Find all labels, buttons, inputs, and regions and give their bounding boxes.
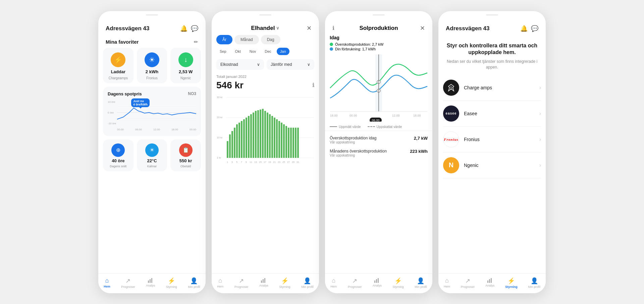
- stat-value-0: 2,7 kW: [414, 136, 428, 141]
- idag-section: Idag Överskottsproduktion: 2,7 kW Din fö…: [325, 35, 432, 54]
- svg-rect-62: [263, 279, 264, 283]
- p4-nav-hem[interactable]: ⌂ Hem: [444, 277, 450, 289]
- tab-year[interactable]: År: [216, 35, 232, 44]
- p4-nav-profil[interactable]: 👤 Min profil: [528, 277, 541, 289]
- mail-icon[interactable]: 🔔: [180, 25, 187, 32]
- spot-title: Dagens spotpris: [108, 91, 142, 96]
- svg-text:7: 7: [241, 161, 242, 163]
- p4-analys-label: Analys: [485, 284, 494, 287]
- styrning-intro-title: Styr och kontrollera ditt smarta och upp…: [446, 42, 538, 56]
- sol-info-icon[interactable]: ℹ: [332, 25, 334, 31]
- p3-nav-prognoser[interactable]: ↗ Prognoser: [348, 277, 362, 289]
- svg-text:15: 15: [259, 161, 262, 163]
- svg-rect-14: [227, 141, 228, 158]
- p2-nav-styrning[interactable]: ⚡ Styrning: [279, 277, 290, 289]
- svg-rect-31: [267, 113, 268, 158]
- fav-card-ngenic[interactable]: ↓ 2,53 W Ngenic: [170, 48, 201, 83]
- svg-rect-19: [238, 123, 240, 158]
- nav-item-hem[interactable]: ⌂ Hem: [104, 277, 110, 289]
- nav-item-analys[interactable]: Analys: [146, 277, 155, 289]
- svg-text:12.00: 12.00: [392, 114, 400, 117]
- nav-item-styrning[interactable]: ⚡ Styrning: [166, 277, 177, 289]
- p4-nav-styrning[interactable]: ⚡ Styrning: [505, 277, 518, 289]
- svg-rect-44: [297, 128, 299, 158]
- p4-nav-analys[interactable]: Analys: [485, 277, 494, 289]
- spot-region: NO3: [188, 91, 196, 96]
- service-item-ngenic[interactable]: N Ngenic ›: [443, 153, 541, 178]
- tab-day[interactable]: Dag: [261, 35, 280, 44]
- month-sep[interactable]: Sep: [216, 48, 230, 55]
- sol-title: Solproduktion: [359, 25, 398, 32]
- svg-rect-32: [269, 114, 271, 158]
- phone4-bottom-nav: ⌂ Hem ↗ Prognoser Analys ⚡ Styrning 👤 Mi…: [438, 273, 546, 293]
- p3-nav-styrning[interactable]: ⚡ Styrning: [393, 277, 404, 289]
- legend-solid: Uppmätt värde: [330, 125, 361, 129]
- info-label-1: Kalmar: [147, 165, 157, 168]
- p2-nav-profil[interactable]: 👤 Min profil: [301, 277, 314, 289]
- p4-chat-icon[interactable]: 💬: [531, 25, 538, 32]
- tooltip-label: Just nu: [133, 99, 148, 103]
- p3-nav-profil[interactable]: 👤 Min profil: [415, 277, 427, 289]
- nav-profil-icon: 👤: [190, 277, 198, 285]
- nav-item-prognoser[interactable]: ↗ Prognoser: [121, 277, 135, 289]
- info-card-snitt[interactable]: ⊕ 40 öre Dagens snitt: [103, 139, 133, 171]
- phone1-header-icons: 🔔 💬: [180, 25, 198, 32]
- svg-text:21: 21: [273, 161, 276, 163]
- svg-rect-25: [253, 113, 254, 158]
- p2-nav-hem[interactable]: ⌂ Hem: [217, 277, 223, 289]
- p4-styrning-icon: ⚡: [507, 277, 515, 285]
- tab-month[interactable]: Månad: [234, 35, 259, 44]
- svg-rect-33: [271, 116, 273, 158]
- month-nov[interactable]: Nov: [246, 48, 260, 55]
- phone2-close-icon[interactable]: ✕: [307, 25, 312, 32]
- service-item-fronius[interactable]: Fronius Fronius ›: [443, 127, 541, 153]
- svg-rect-80: [487, 280, 488, 283]
- total-value: 546 kr ℹ: [216, 80, 314, 91]
- p2-hem-icon: ⌂: [218, 277, 222, 284]
- nav-analys-icon: [148, 277, 154, 283]
- svg-rect-40: [288, 128, 289, 158]
- service-item-chargeamps[interactable]: Charge amps ›: [443, 75, 541, 101]
- svg-text:20 kr: 20 kr: [217, 116, 223, 119]
- svg-rect-77: [378, 278, 379, 283]
- svg-rect-5: [151, 278, 152, 283]
- dashed-line: [368, 126, 375, 127]
- favorites-title: Mina favoriter: [106, 39, 139, 45]
- favorites-grid: ⚡ Laddar Chargeamps ☀ 2 kWh Fronius ↓ 2,…: [98, 48, 206, 87]
- p4-nav-prognoser[interactable]: ↗ Prognoser: [461, 277, 475, 289]
- ngenic-icon: ↓: [178, 52, 193, 67]
- spot-price-card: Dagens spotpris NO3 10 öre 0 öre -10 öre…: [103, 87, 201, 136]
- p3-nav-analys[interactable]: Analys: [373, 277, 382, 289]
- snitt-icon: ⊕: [111, 143, 125, 157]
- info-card-obetald[interactable]: 📋 550 kr Obetald: [170, 139, 201, 171]
- p2-nav-prognoser[interactable]: ↗ Prognoser: [234, 277, 249, 289]
- service-item-easee[interactable]: easee Easee ›: [443, 101, 541, 127]
- info-value-1: 22°C: [147, 158, 157, 163]
- fronius-chevron: ›: [539, 136, 541, 142]
- info-card-temp[interactable]: ☀ 22°C Kalmar: [137, 139, 167, 171]
- dropdown-jamfor[interactable]: Jämför med ∨: [267, 59, 314, 70]
- fav-card-chargeamps[interactable]: ⚡ Laddar Chargeamps: [103, 48, 133, 83]
- edit-icon[interactable]: ✏: [194, 39, 198, 45]
- p4-mail-icon[interactable]: 🔔: [520, 25, 528, 32]
- fav-card-fronius[interactable]: ☀ 2 kWh Fronius: [137, 48, 167, 83]
- month-dec[interactable]: Dec: [261, 48, 275, 55]
- line-chart-area: 18.00 00.00 06.00 12.00 18.00: [325, 54, 432, 123]
- total-label: Totalt januari 2022: [216, 75, 314, 79]
- p3-analys-icon: [374, 277, 380, 283]
- ngenic-name: Ngenic: [464, 163, 539, 168]
- info-grid: ⊕ 40 öre Dagens snitt ☀ 22°C Kalmar 📋 55…: [98, 139, 206, 175]
- month-jan[interactable]: Jan: [277, 48, 289, 55]
- chargeamps-logo-svg: [446, 83, 456, 92]
- x-labels: 00.00 06.00 12.00 18.00 00.00: [117, 127, 196, 131]
- sol-close-icon[interactable]: ✕: [420, 25, 425, 32]
- svg-rect-34: [274, 118, 275, 158]
- easee-name: Easee: [464, 111, 539, 116]
- month-okt[interactable]: Okt: [232, 48, 244, 55]
- nav-item-profil[interactable]: 👤 Min profil: [188, 277, 200, 289]
- p3-hem-icon: ⌂: [332, 277, 335, 284]
- dropdown-elkostnad[interactable]: Elkostnad ∨: [216, 59, 264, 70]
- p3-nav-hem[interactable]: ⌂ Hem: [330, 277, 337, 289]
- p2-nav-analys[interactable]: Analys: [259, 277, 268, 289]
- chat-icon[interactable]: 💬: [191, 25, 198, 32]
